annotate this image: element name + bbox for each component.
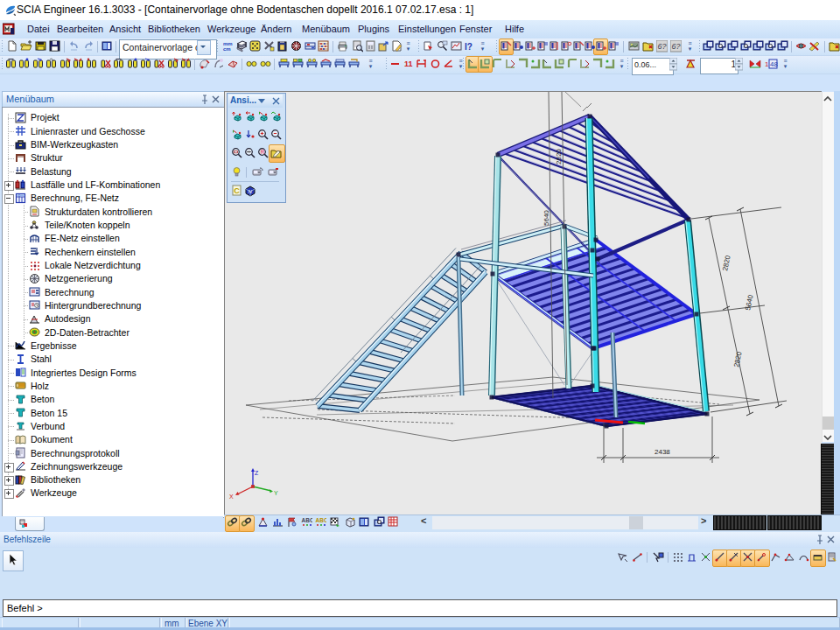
svg-text:ABC: ABC — [301, 517, 312, 523]
svg-text:ABC: ABC — [316, 517, 327, 523]
svg-text:Y: Y — [274, 490, 278, 496]
svg-text:2820: 2820 — [732, 351, 744, 368]
svg-text:X: X — [229, 494, 234, 500]
svg-text:2620: 2620 — [555, 149, 563, 164]
svg-text:5640: 5640 — [744, 294, 755, 312]
svg-text:C: C — [234, 186, 240, 195]
svg-text:6?: 6? — [672, 42, 681, 51]
svg-text:6?: 6? — [658, 42, 667, 51]
svg-text:5640: 5640 — [542, 210, 550, 226]
svg-text:2438: 2438 — [654, 448, 670, 456]
svg-text:cm: cm — [223, 46, 231, 52]
svg-text:R: R — [260, 149, 264, 155]
svg-text:48: 48 — [770, 60, 778, 68]
svg-text:N: N — [248, 189, 253, 194]
svg-text:1: 1 — [765, 60, 769, 68]
svg-text:I?: I? — [465, 42, 472, 52]
svg-text:11: 11 — [404, 60, 413, 68]
svg-text:2820: 2820 — [721, 255, 732, 272]
svg-text:Z: Z — [255, 470, 259, 476]
